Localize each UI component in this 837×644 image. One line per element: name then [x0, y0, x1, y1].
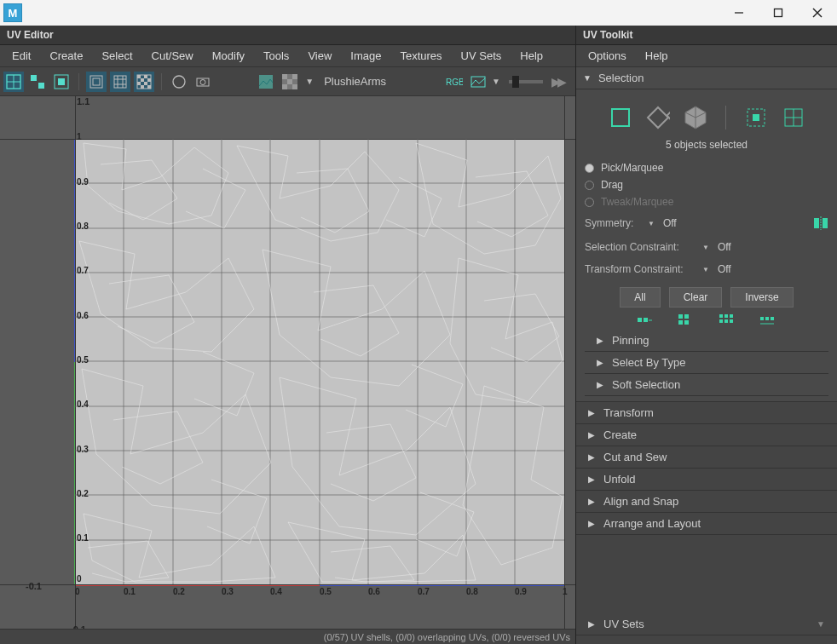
menu-tools[interactable]: Tools: [255, 47, 297, 65]
svg-rect-77: [730, 314, 733, 318]
trans-constraint-label: Transform Constraint:: [585, 263, 696, 275]
svg-rect-69: [638, 318, 642, 322]
radio-icon: [585, 164, 594, 173]
svg-rect-75: [719, 314, 723, 318]
menu-help[interactable]: Help: [511, 47, 551, 65]
menu-select[interactable]: Select: [93, 47, 141, 65]
toolbar-expand-icon[interactable]: ▶▶: [551, 75, 563, 89]
menu-textures[interactable]: Textures: [391, 47, 450, 65]
panel-transform[interactable]: ▶Transform: [576, 402, 837, 423]
panel-create[interactable]: ▶Create: [576, 424, 837, 446]
select-clear-button[interactable]: Clear: [669, 287, 723, 308]
svg-rect-36: [292, 84, 297, 89]
mode-pick-marquee[interactable]: Pick/Marquee: [585, 159, 828, 176]
svg-rect-19: [137, 75, 141, 78]
menu-edit[interactable]: Edit: [3, 47, 39, 65]
sel-constraint-dropdown[interactable]: ▼Off: [702, 241, 731, 253]
toolbar-grid1-icon[interactable]: [3, 72, 24, 92]
asset-name[interactable]: PlushieArms: [324, 75, 386, 88]
grow-shrink-icon-4[interactable]: [760, 314, 776, 326]
exposure-slider[interactable]: [509, 80, 543, 83]
svg-rect-38: [471, 77, 485, 87]
titlebar: M: [0, 0, 837, 26]
panel-uv-sets[interactable]: ▶UV Sets▼: [576, 613, 837, 635]
uv-viewport[interactable]: -0.1 -0.1 1.1 0 0.1 0.2 0.3 0.4 0.5 0.6 …: [0, 96, 575, 629]
uv-toolkit-menubar: Options Help: [576, 45, 837, 67]
toolkit-menu-help[interactable]: Help: [637, 47, 677, 65]
selection-section-header[interactable]: ▼ Selection: [576, 67, 837, 89]
panel-cut-and-sew[interactable]: ▶Cut and Sew: [576, 446, 837, 468]
select-all-button[interactable]: All: [620, 287, 660, 308]
toolbar-grid2-icon[interactable]: [27, 72, 48, 92]
grow-shrink-icon-1[interactable]: [638, 314, 653, 326]
svg-point-27: [173, 76, 185, 88]
toolbar-checker-icon[interactable]: [134, 72, 154, 92]
symmetry-label: Symmetry:: [585, 217, 641, 229]
svg-rect-70: [644, 318, 648, 322]
toolbar-grid3-icon[interactable]: [51, 72, 72, 92]
select-uv-icon[interactable]: [781, 105, 806, 130]
toolkit-menu-options[interactable]: Options: [580, 47, 635, 65]
y-axis-top-label: 1.1: [77, 96, 89, 106]
svg-rect-7: [31, 75, 37, 81]
menu-modify[interactable]: Modify: [204, 47, 253, 65]
menu-uvsets[interactable]: UV Sets: [453, 47, 511, 65]
grow-shrink-icon-3[interactable]: [719, 314, 735, 326]
menu-view[interactable]: View: [299, 47, 340, 65]
subpanel-pinning[interactable]: ▶Pinning: [585, 330, 828, 351]
svg-rect-24: [144, 82, 147, 85]
panel-unfold[interactable]: ▶Unfold: [576, 469, 837, 490]
toolbar-alpha-icon[interactable]: [280, 72, 300, 92]
svg-rect-76: [724, 314, 728, 318]
subpanel-soft-selection[interactable]: ▶Soft Selection: [585, 374, 828, 395]
select-inverse-button[interactable]: Inverse: [730, 287, 793, 308]
window-controls: [719, 0, 837, 26]
chevron-right-icon: ▶: [597, 336, 603, 345]
trans-constraint-dropdown[interactable]: ▼Off: [702, 263, 731, 275]
status-text: (0/57) UV shells, (0/0) overlapping UVs,…: [324, 632, 570, 642]
dropdown-icon[interactable]: ▼: [817, 619, 825, 629]
svg-rect-11: [90, 76, 102, 88]
panel-align-and-snap[interactable]: ▶Align and Snap: [576, 491, 837, 512]
app-icon: M: [3, 3, 22, 22]
menu-create[interactable]: Create: [41, 47, 91, 65]
select-object-icon[interactable]: [683, 105, 708, 130]
y-axis-min-label: -0.1: [70, 624, 86, 629]
toolbar-camera-icon[interactable]: [193, 72, 213, 92]
symmetry-dropdown[interactable]: ▼Off: [648, 217, 677, 229]
panel-arrange-and-layout[interactable]: ▶Arrange and Layout: [576, 513, 837, 534]
toolbar-circle-icon[interactable]: [169, 72, 189, 92]
chevron-right-icon: ▶: [588, 619, 595, 629]
toolbar-landscape-icon[interactable]: [468, 72, 488, 92]
svg-rect-35: [282, 84, 287, 89]
toolbar-rgb-icon[interactable]: RGB: [444, 72, 465, 92]
mode-tweak-marquee: Tweak/Marquee: [585, 193, 828, 210]
toolbar-square1-icon[interactable]: [86, 72, 107, 92]
menu-cutsew[interactable]: Cut/Sew: [143, 47, 202, 65]
chevron-down-icon: ▼: [583, 73, 592, 83]
subpanel-select-by-type[interactable]: ▶Select By Type: [585, 352, 828, 373]
chevron-right-icon: ▶: [588, 497, 595, 506]
select-edge-icon[interactable]: [645, 105, 671, 130]
sel-constraint-label: Selection Constraint:: [585, 241, 696, 253]
chevron-right-icon: ▶: [588, 408, 595, 417]
svg-rect-83: [771, 317, 774, 320]
chevron-right-icon: ▶: [597, 358, 603, 367]
grow-shrink-icon-2[interactable]: [678, 314, 694, 326]
menu-image[interactable]: Image: [342, 47, 390, 65]
radio-icon: [585, 181, 594, 190]
svg-rect-71: [678, 314, 683, 319]
close-button[interactable]: [798, 0, 837, 26]
svg-rect-72: [684, 314, 689, 319]
mode-drag[interactable]: Drag: [585, 176, 828, 193]
chevron-right-icon: ▶: [588, 452, 595, 462]
maximize-button[interactable]: [759, 0, 798, 26]
toolbar-square2-icon[interactable]: [110, 72, 130, 92]
toolbar-image-icon[interactable]: [256, 72, 276, 92]
minimize-button[interactable]: [719, 0, 759, 26]
select-face-icon[interactable]: [608, 105, 633, 130]
x-axis-min-label: -0.1: [26, 581, 42, 591]
select-shell-icon[interactable]: [743, 105, 769, 130]
symmetry-icon[interactable]: [813, 216, 828, 231]
chevron-right-icon: ▶: [597, 380, 603, 389]
